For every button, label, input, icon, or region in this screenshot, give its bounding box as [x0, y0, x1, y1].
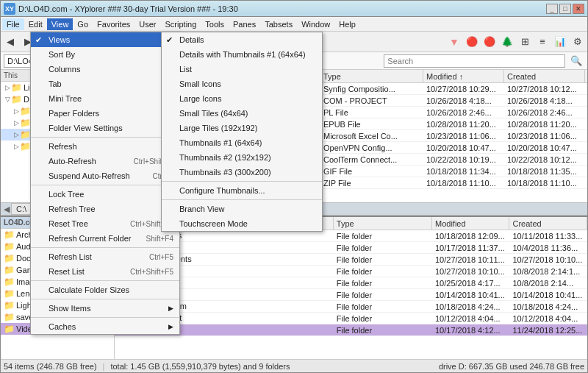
file-row[interactable]: 4 📁Gaming File folder 10/27/2018 10:10..… [115, 266, 587, 277]
menu-sortby-item[interactable]: Sort By ▶ [31, 47, 179, 62]
submenu-details-item[interactable]: ✔ Details [162, 32, 322, 47]
menu-go[interactable]: Go [73, 18, 93, 30]
grid-button[interactable]: ⊞ [517, 34, 533, 50]
file-row[interactable]: 8 📁savepart File folder 10/12/2018 4:04.… [115, 313, 587, 324]
tree-button[interactable]: 🌲 [499, 34, 515, 50]
submenu-thumbs2-item[interactable]: Thumbnails #2 (192x192) [162, 150, 322, 165]
menu-columns-item[interactable]: Columns ▶ [31, 62, 179, 77]
submenu-branchview-label: Branch View [179, 205, 225, 213]
file-row[interactable]: 2 📁Audio File folder 10/17/2018 11:37...… [115, 242, 587, 254]
search-input[interactable] [384, 54, 565, 68]
file-modified: 10/17/2018 11:37... [432, 244, 510, 252]
col-header-modified[interactable]: Modified ↑ [423, 70, 504, 82]
folder-icon: 📁 [4, 324, 15, 334]
menu-window[interactable]: Window [297, 18, 334, 30]
file-modified: 10/27/2018 10:29... [423, 85, 504, 93]
menu-view[interactable]: View [47, 18, 74, 30]
file-row[interactable]: 3 📁Documents File folder 10/27/2018 10:1… [115, 254, 587, 266]
file-created: 10/27/2018 10:10... [510, 255, 588, 264]
menu-autorefresh-item[interactable]: Auto-Refresh Ctrl+Shift+R [31, 154, 179, 168]
col-header-modified[interactable]: Modified [432, 217, 510, 230]
color2-button[interactable]: 🔴 [481, 34, 498, 50]
menu-resetlist-item[interactable]: Reset List Ctrl+Shift+F5 [31, 264, 179, 279]
submenu-configurethumbs-item[interactable]: Configure Thumbnails... [162, 183, 322, 198]
menu-favorites[interactable]: Favorites [93, 18, 135, 30]
folder-icon: 📁 [4, 253, 15, 263]
file-row[interactable]: 5 📁Images File folder 10/25/2018 4:17...… [115, 277, 587, 289]
menu-locktree-item[interactable]: Lock Tree [31, 187, 179, 202]
folder-icon: 📁 [20, 141, 31, 152]
search-button[interactable]: 🔍 [568, 53, 584, 69]
folder-icon: 📁 [4, 241, 15, 252]
menu-panes[interactable]: Panes [229, 18, 260, 30]
submenu-largeicons-label: Large Icons [179, 94, 221, 103]
col-header-type[interactable]: Type [334, 217, 432, 230]
maximize-button[interactable]: □ [559, 4, 571, 14]
menu-tab-item[interactable]: Tab ▶ [31, 77, 179, 91]
filter-button[interactable]: ▼ [446, 34, 462, 50]
color1-button[interactable]: 🔴 [464, 34, 480, 50]
menu-resettree-item[interactable]: Reset Tree Ctrl+Shift+F4 [31, 216, 179, 231]
menu-edit[interactable]: Edit [24, 18, 47, 30]
views-menu[interactable]: ✔ Views ▶ Sort By ▶ Columns ▶ Tab ▶ Mini… [30, 32, 180, 335]
file-created: 10/23/2018 11:06... [504, 132, 585, 141]
settings-button[interactable]: ⚙ [570, 34, 586, 50]
submenu-touchscreen-item[interactable]: Touchscreen Mode [162, 216, 322, 231]
menu-views-item[interactable]: ✔ Views ▶ [31, 32, 179, 47]
menu-paperfolders-item[interactable]: Paper Folders ▶ [31, 106, 179, 121]
tree-expand-arrow: ▷ [4, 84, 11, 91]
back-button[interactable]: ◀ [2, 34, 18, 50]
col-header-created[interactable]: Created [509, 217, 587, 230]
menu-help[interactable]: Help [334, 18, 360, 30]
submenu-smallicons-item[interactable]: Small Icons [162, 77, 322, 91]
file-created: 10/26/2018 4:18... [504, 96, 585, 105]
file-row[interactable]: 9 📁Video File folder 10/17/2018 4:12... … [115, 324, 587, 336]
menu-scripting[interactable]: Scripting [161, 18, 201, 30]
menu-resetlist-label: Reset List [49, 267, 85, 276]
file-row[interactable]: 7 📁Lightroom File folder 10/18/2018 4:24… [115, 301, 587, 313]
minimize-button[interactable]: _ [546, 4, 558, 14]
submenu-list-item[interactable]: List [162, 62, 322, 77]
menu-suspendautorefresh-item[interactable]: Suspend Auto-Refresh Ctrl+R [31, 168, 179, 183]
file-modified: 10/20/2018 10:47... [423, 143, 504, 152]
file-modified: 10/26/2018 2:46... [423, 108, 504, 117]
submenu-largetiles-item[interactable]: Large Tiles (192x192) [162, 121, 322, 135]
submenu-thumbs1-item[interactable]: Thumbnails #1 (64x64) [162, 135, 322, 150]
menu-tools[interactable]: Tools [201, 18, 229, 30]
location-tab-c[interactable]: C:\ [11, 203, 32, 215]
list-button[interactable]: ≡ [534, 34, 551, 50]
menu-user[interactable]: User [135, 18, 160, 30]
menu-caches-item[interactable]: Caches ▶ [31, 319, 179, 334]
submenu-largetiles-label: Large Tiles (192x192) [179, 124, 257, 132]
submenu-largeicons-item[interactable]: Large Icons [162, 91, 322, 106]
menu-refresh-item[interactable]: Refresh F5 [31, 139, 179, 154]
views-submenu[interactable]: ✔ Details Details with Thumbnails #1 (64… [161, 32, 323, 232]
menu-calculatefoldersizes-item[interactable]: Calculate Folder Sizes [31, 283, 179, 297]
file-row[interactable]: 6 📁Lenovo File folder 10/14/2018 10:41..… [115, 289, 587, 301]
menu-refreshcurrentfolder-item[interactable]: Refresh Current Folder Shift+F4 [31, 231, 179, 246]
menu-folderviewsettings-item[interactable]: Folder View Settings ▶ [31, 121, 179, 135]
nav-arrow: ◀ [4, 205, 10, 214]
menu-refreshcurrentfolder-shortcut: Shift+F4 [132, 235, 174, 243]
menu-file[interactable]: File [2, 18, 24, 30]
file-created: 10/8/2018 2:14... [510, 279, 588, 288]
close-button[interactable]: ✕ [573, 4, 584, 14]
submenu-branchview-item[interactable]: Branch View [162, 202, 322, 216]
menu-minitree-item[interactable]: Mini Tree ▶ [31, 91, 179, 106]
menu-separator [31, 247, 179, 248]
file-created: 10/18/2018 11:10... [504, 179, 585, 188]
menu-refreshlist-item[interactable]: Refresh List Ctrl+F5 [31, 249, 179, 264]
submenu-thumbs3-item[interactable]: Thumbnails #3 (300x200) [162, 165, 322, 180]
submenu-smalltiles-item[interactable]: Small Tiles (64x64) [162, 106, 322, 121]
menu-tabsets[interactable]: Tabsets [260, 18, 297, 30]
menu-showitems-item[interactable]: Show Items ▶ [31, 301, 179, 316]
submenu-details-thumbs-item[interactable]: Details with Thumbnails #1 (64x64) [162, 47, 322, 62]
col-header-created[interactable]: Created [504, 70, 585, 82]
file-row[interactable]: 1 📁Archives File folder 10/18/2018 12:09… [115, 230, 587, 242]
detail-button[interactable]: 📊 [552, 34, 568, 50]
folder-icon: 📁 [11, 82, 22, 93]
menu-refreshtree-item[interactable]: Refresh Tree F4 [31, 202, 179, 216]
file-type: File folder [334, 267, 432, 276]
file-created: 10/28/2018 11:20... [504, 120, 585, 129]
col-header-type[interactable]: Type [320, 70, 423, 82]
